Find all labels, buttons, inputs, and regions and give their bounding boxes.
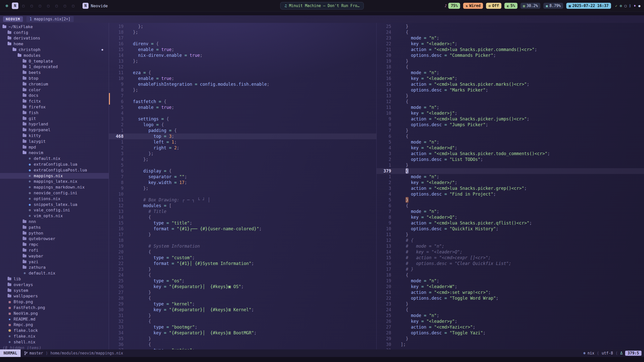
code-line[interactable]: 25 type = "os"; <box>109 278 376 284</box>
workspace-icon[interactable]: ▢ <box>53 3 60 9</box>
code-line[interactable]: 5 enable = true; <box>109 105 376 110</box>
bluetooth-icon[interactable]: ᛒ <box>629 4 631 8</box>
tree-item-neovim[interactable]: neovim <box>0 150 109 156</box>
tree-item-overlays[interactable]: overlays <box>0 282 109 288</box>
tree-item-1_deprecated[interactable]: 1_deprecated <box>0 64 109 70</box>
nixos-logo-icon[interactable]: ❄ <box>4 3 10 9</box>
tree-item-mappings_latex.nix[interactable]: ❄mappings_latex.nix <box>0 179 109 185</box>
editor-left-split[interactable]: 19 };18 };1716 direnv = {15 enable = tru… <box>109 23 376 349</box>
code-line[interactable]: 19 mode = "n"; <box>377 278 644 284</box>
code-line[interactable]: 1 } <box>377 162 644 168</box>
tree-item-extraConfigLuaPost.lua[interactable]: ●extraConfigLuaPost.lua <box>0 167 109 173</box>
tree-item-shell.nix[interactable]: ❄shell.nix <box>0 339 109 345</box>
tree-item-~-NixFlake[interactable]: ~/NixFlake <box>0 24 109 30</box>
tree-item-vale_config.ini[interactable]: ⚙vale_config.ini <box>0 207 109 213</box>
code-line[interactable]: 9 }; <box>109 186 376 191</box>
code-line[interactable]: 14 options.desc = "Marks Picker"; <box>377 87 644 93</box>
code-line[interactable]: 27 } <box>109 290 376 295</box>
tree-item-hyprland[interactable]: hyprland <box>0 121 109 127</box>
workspace-icon[interactable]: ▢ <box>20 3 27 9</box>
code-line[interactable]: 22 format = "{#1}│ {#}System Information… <box>109 261 376 266</box>
code-line[interactable]: 8 }; <box>109 87 376 93</box>
code-line[interactable]: 22 options.desc = "Toggle Word Wrap"; <box>377 295 644 301</box>
tree-item-hyprpanel[interactable]: hyprpanel <box>0 127 109 133</box>
code-line[interactable]: 6 display = { <box>109 168 376 174</box>
code-line[interactable]: 24 { <box>377 307 644 313</box>
code-line[interactable]: 5 mode = "n"; <box>377 139 644 145</box>
memory-widget[interactable]: ▤30.2% <box>520 3 540 9</box>
code-line[interactable]: 36 { <box>109 342 376 347</box>
tree-item-extraConfigLua.lua[interactable]: ●extraConfigLua.lua <box>0 161 109 167</box>
tree-item-0_template[interactable]: 0_template <box>0 58 109 64</box>
code-line[interactable]: 5 } <box>377 197 644 203</box>
code-line[interactable]: 21 action = "<cmd>:set wrap!<cr>"; <box>377 290 644 295</box>
cpu-widget[interactable]: ▣8.79% <box>543 3 563 9</box>
workspace-icon[interactable]: ▢ <box>45 3 52 9</box>
tree-item-neovide_config.ini[interactable]: ⚙neovide_config.ini <box>0 190 109 196</box>
code-line[interactable]: 16 key = "<leader>m"; <box>377 76 644 81</box>
code-line[interactable]: 4 }; <box>109 157 376 162</box>
code-line[interactable]: 2 logo = { <box>109 122 376 128</box>
checkmark-icon[interactable]: ✓ <box>615 4 617 8</box>
tree-item-FastFetch.png[interactable]: ▨FastFetch.png <box>0 305 109 310</box>
code-line[interactable]: 28 options.desc = "Toggle Yazi"; <box>377 330 644 336</box>
code-line[interactable]: 37 type = "uptime"; <box>109 347 376 349</box>
tree-item-waybar[interactable]: waybar <box>0 253 109 259</box>
code-line[interactable]: 26 key = "<leader>y"; <box>377 319 644 324</box>
battery-widget[interactable]: ◐5% <box>504 3 517 9</box>
code-line[interactable]: 29 } <box>377 336 644 342</box>
code-line[interactable]: 10 enable = true; <box>109 76 376 81</box>
code-line[interactable]: 30 ]; <box>377 342 644 347</box>
clock-widget[interactable]: ▦2025-07-22 16:37 <box>566 3 611 9</box>
code-line[interactable]: 6 { <box>377 203 644 209</box>
tree-item-mappings_markdown.nix[interactable]: ❄mappings_markdown.nix <box>0 184 109 190</box>
tree-item-default.nix[interactable]: ❄default.nix <box>0 156 109 161</box>
tree-item-yazi[interactable]: yazi <box>0 259 109 265</box>
display-icon[interactable]: ▢ <box>624 4 626 8</box>
code-line[interactable]: 8 key = "<leader>Q"; <box>377 214 644 220</box>
code-line[interactable]: 12 <box>109 64 376 70</box>
editor-right-split[interactable]: 25 }24 {23 mode = "n";22 key = "<leader>… <box>376 23 644 349</box>
code-line[interactable]: 23 mode = "n"; <box>377 35 644 41</box>
code-line[interactable]: 10 key = "<leader>j"; <box>377 110 644 116</box>
code-line[interactable]: 20 { <box>109 249 376 255</box>
code-line[interactable]: 14 # key = "<leader>Q"; <box>377 249 644 255</box>
tree-item-rofi[interactable]: rofi <box>0 247 109 253</box>
code-line[interactable]: 18 }; <box>109 29 376 35</box>
code-line[interactable]: 31 <box>377 347 644 349</box>
tree-item-Btop.png[interactable]: ▨Btop.png <box>0 299 109 305</box>
code-line[interactable]: 3 action = "<cmd>lua Snacks.picker.grep(… <box>377 186 644 191</box>
tree-item-firefox[interactable]: firefox <box>0 104 109 110</box>
code-line[interactable]: 27 action = "<cmd>Yazi<cr>"; <box>377 324 644 330</box>
notifications-widget[interactable]: ⊘Off <box>486 3 501 9</box>
code-line[interactable]: 2 key = "<leader>/"; <box>377 180 644 186</box>
tree-item-kitty[interactable]: kitty <box>0 133 109 139</box>
code-line[interactable]: 28 { <box>109 295 376 301</box>
code-line[interactable]: 24 { <box>377 29 644 35</box>
code-line[interactable]: 2 options.desc = "List TODOs"; <box>377 157 644 162</box>
code-line[interactable]: 10 options.desc = "Quickfix History"; <box>377 226 644 232</box>
code-line[interactable]: 17 # } <box>377 266 644 272</box>
code-line[interactable]: 10 <box>109 191 376 197</box>
tree-item-home[interactable]: home <box>0 41 109 47</box>
code-line[interactable]: 17 <box>109 35 376 41</box>
code-line[interactable]: 2 right = 2; <box>109 145 376 151</box>
tree-item-flake.lock[interactable]: ⬢flake.lock <box>0 328 109 333</box>
code-line[interactable]: 7 <box>109 93 376 99</box>
code-line[interactable]: 13 }; <box>109 58 376 64</box>
code-line[interactable]: 468 top = 3; <box>109 133 376 139</box>
code-line[interactable]: 16 format = "{#1}┌── {#}{user-name-color… <box>109 226 376 232</box>
network-widget[interactable]: ⇅Wired <box>463 3 483 9</box>
tree-item-lazygit[interactable]: lazygit <box>0 139 109 144</box>
tree-item-git[interactable]: git <box>0 116 109 121</box>
code-line[interactable]: 29 type = "kernel"; <box>109 301 376 307</box>
code-line[interactable]: 22 key = "<leader>:"; <box>377 41 644 47</box>
tree-item-modules[interactable]: modules <box>0 53 109 58</box>
code-line[interactable]: 18 <box>109 238 376 243</box>
code-line[interactable]: 1 left = 1; <box>109 139 376 145</box>
tab-mappings-nix[interactable]: 1 mappings.nix[2+] <box>26 16 74 22</box>
code-line[interactable]: 31 } <box>109 313 376 319</box>
tree-item-fcitx[interactable]: fcitx <box>0 98 109 104</box>
code-line[interactable]: 30 key = "{#separator}│ {#keys}≣ Kernel"… <box>109 307 376 313</box>
tree-item-christoph[interactable]: christoph● <box>0 47 109 53</box>
